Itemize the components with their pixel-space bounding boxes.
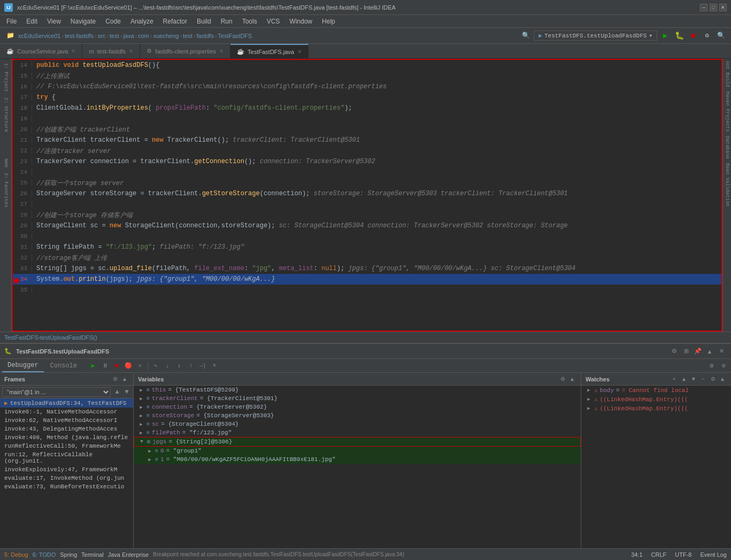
var-connection[interactable]: ▶ ≡ connection = {TrackerServer@5302} — [134, 403, 581, 411]
menu-file[interactable]: File — [2, 17, 21, 26]
var-ss-expand[interactable]: ▶ — [138, 412, 144, 419]
status-line-ending[interactable]: CRLF — [651, 551, 667, 558]
breadcrumb-xuecheng[interactable]: xuecheng — [153, 33, 179, 39]
sidebar-maven[interactable]: Maven Projects — [725, 89, 730, 134]
sidebar-favorites[interactable]: 2: Favorites — [2, 171, 10, 210]
watch-l0-expand[interactable]: ▶ — [586, 396, 592, 403]
resume-btn[interactable]: ▶ — [88, 360, 98, 371]
var-filepath[interactable]: ▶ ≡ filePath = "f:/123.jpg" — [134, 428, 581, 437]
frame-item-3[interactable]: invoke:43, DelegatingMethodAcces — [0, 425, 133, 433]
var-sc-expand[interactable]: ▶ — [138, 421, 144, 427]
breadcrumb-class-link[interactable]: TestFastDFS — [4, 334, 39, 341]
debug-button[interactable]: 🐛 — [673, 30, 685, 42]
var-sc[interactable]: ▶ ≡ sc = {StorageClient@5304} — [134, 420, 581, 428]
sidebar-project[interactable]: 1: Project — [2, 61, 10, 94]
run-button[interactable]: ▶ — [659, 30, 671, 42]
breadcrumb-class[interactable]: TestFastDFS — [218, 33, 252, 39]
debugger-tab[interactable]: Debugger — [2, 359, 44, 372]
sidebar-database[interactable]: Database — [725, 134, 730, 161]
breadcrumb-fastdfs[interactable]: fastdfs — [197, 33, 214, 39]
frame-item-6[interactable]: run:12, ReflectivCallable (org.junit. — [0, 450, 133, 465]
menu-run[interactable]: Run — [217, 17, 237, 26]
tab-testfastdfs-close[interactable]: ✕ — [297, 49, 302, 55]
menu-analyze[interactable]: Analyze — [126, 17, 158, 26]
watches-down-btn[interactable]: ▼ — [689, 375, 698, 383]
breadcrumb-src[interactable]: src — [98, 33, 106, 39]
mute-breakpoints-btn[interactable]: ⊘ — [135, 360, 145, 371]
var-trackerclient[interactable]: ▶ ≡ trackerClient = {TrackerClient@5301} — [134, 394, 581, 403]
breadcrumb-module[interactable]: test-fastdfs — [65, 33, 94, 39]
watches-remove-btn[interactable]: − — [699, 375, 707, 383]
watches-up-btn[interactable]: ▲ — [680, 375, 688, 383]
menu-build[interactable]: Build — [193, 17, 216, 26]
view-breakpoints-btn[interactable]: 🔴 — [123, 360, 134, 371]
sidebar-ant-build[interactable]: Ant Build — [725, 59, 730, 89]
thread-selector[interactable]: "main"@1 in ... — [2, 387, 111, 397]
step-out-btn[interactable]: ↑ — [186, 360, 196, 371]
menu-refactor[interactable]: Refactor — [159, 17, 191, 26]
breadcrumb-com[interactable]: com — [138, 33, 149, 39]
menu-vcs[interactable]: VCS — [263, 17, 284, 26]
tab-properties-close[interactable]: ✕ — [219, 48, 224, 54]
maximize-button[interactable]: □ — [710, 4, 717, 11]
menu-view[interactable]: View — [43, 17, 65, 26]
menu-edit[interactable]: Edit — [22, 17, 42, 26]
vars-expand-btn[interactable]: ▲ — [568, 375, 576, 383]
breadcrumb-project[interactable]: xcEduService01 — [18, 33, 61, 39]
frame-item-9[interactable]: evaluate:73, RunBeforeTestExecutio — [0, 482, 133, 491]
debug-settings-btn[interactable]: ⚙ — [669, 346, 680, 357]
tab-courseservice[interactable]: ☕ CourseService.java ✕ — [0, 44, 82, 58]
var-jpgs[interactable]: ▼ ⊞ jpgs = {String[2]@5306} — [134, 437, 581, 447]
sidebar-web[interactable]: Web — [2, 157, 10, 170]
code-scroll-area[interactable]: 14 public void testUploadFasdDFS(){ 15 /… — [13, 60, 721, 331]
frame-up-btn[interactable]: ▲ — [113, 388, 121, 396]
var-jpgs-1[interactable]: ▶ ≡ 1 = "M00/00/00/wKgAZF5FCiOANH0jAAAFI… — [134, 455, 581, 464]
pause-btn[interactable]: ⏸ — [99, 360, 110, 371]
breadcrumb-java[interactable]: java — [123, 33, 134, 39]
frame-item-1[interactable]: invoke0:-1, NativeMethodAccessor — [0, 408, 133, 416]
frame-item-8[interactable]: evaluate:17, InvokeMethod (org.jun — [0, 474, 133, 482]
step-into-btn[interactable]: ↓ — [162, 360, 173, 371]
close-button[interactable]: ✕ — [719, 4, 727, 11]
watches-expand-btn[interactable]: ▲ — [718, 375, 727, 383]
tab-courseservice-close[interactable]: ✕ — [71, 48, 75, 54]
watch-body-expand[interactable]: ▶ — [586, 387, 592, 394]
run-config-selector[interactable]: ▶ TestFastDFS.testUploadFasdDFS ▾ — [534, 30, 657, 41]
var-jpgs-expand[interactable]: ▼ — [138, 439, 145, 445]
watches-add-btn[interactable]: + — [670, 375, 679, 383]
var-jpgs-0[interactable]: ▶ ≡ 0 = "group1" — [134, 447, 581, 455]
frames-settings-btn[interactable]: ⚙ — [111, 375, 119, 383]
status-spring[interactable]: Spring — [60, 551, 77, 558]
frames-expand-btn[interactable]: ▲ — [120, 375, 129, 383]
step-over-btn[interactable]: ↷ — [150, 360, 161, 371]
frame-item-7[interactable]: invokeExplosively:47, FrameworkM — [0, 465, 133, 474]
status-position[interactable]: 34:1 — [631, 551, 642, 558]
minimize-button[interactable]: ─ — [700, 4, 707, 11]
debug-pin-btn[interactable]: 📌 — [692, 346, 703, 357]
frame-item-0[interactable]: ▶ testUploadFasdDFS:34, TestFastDFS — [0, 398, 133, 408]
frame-down-btn[interactable]: ▼ — [122, 388, 131, 396]
debug-maximize-btn[interactable]: ▲ — [704, 346, 715, 357]
tab-properties[interactable]: ⚙ fastdfs-client.properties ✕ — [140, 44, 230, 58]
debug-settings2-btn[interactable]: ⚙ — [718, 360, 729, 371]
watches-settings-btn[interactable]: ⚙ — [709, 375, 717, 383]
var-tc-expand[interactable]: ▶ — [138, 395, 144, 402]
status-event-log[interactable]: Event Log — [700, 551, 727, 558]
menu-help[interactable]: Help — [318, 17, 340, 26]
run-to-cursor-btn[interactable]: →| — [197, 360, 208, 371]
menu-navigate[interactable]: Navigate — [66, 17, 100, 26]
var-fp-expand[interactable]: ▶ — [138, 429, 144, 436]
sidebar-bean[interactable]: Bean Validation — [725, 161, 730, 209]
watch-l1-expand[interactable]: ▶ — [586, 405, 592, 412]
stop-debug-btn[interactable]: ■ — [111, 360, 122, 371]
toolbar-search-btn[interactable]: 🔍 — [520, 30, 532, 42]
evaluate-btn[interactable]: ⌘ — [209, 360, 220, 371]
tab-testfastdfs[interactable]: ☕ TestFastDFS.java ✕ — [230, 44, 309, 58]
breadcrumb-method-link[interactable]: testUploadFasdDFS() — [40, 334, 97, 341]
watch-body[interactable]: ▶ ⚠ body = = Cannot find local — [581, 386, 731, 395]
toolbar-project-icon[interactable]: 📁 — [4, 30, 16, 42]
watch-linked-0[interactable]: ▶ ⚠ ((LinkedHashMap.Entry)((( — [581, 395, 731, 404]
status-terminal[interactable]: Terminal — [81, 551, 104, 558]
tab-module-close[interactable]: ✕ — [129, 48, 133, 54]
code-editor[interactable]: 14 public void testUploadFasdDFS(){ 15 /… — [12, 59, 722, 332]
